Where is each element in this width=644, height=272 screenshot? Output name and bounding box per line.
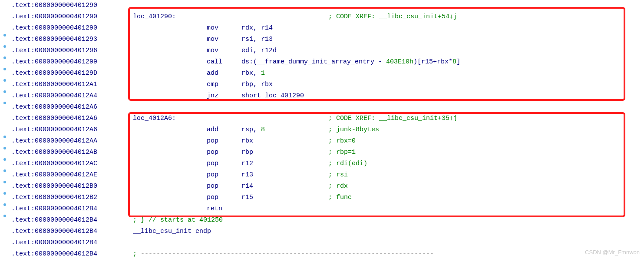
label: loc_401290: [133,11,207,23]
disasm-line[interactable]: .text:00000000004012B0popr14; rdx [11,181,644,192]
breakpoint-dot-icon[interactable] [3,147,6,149]
operands: rbp, rbx [241,79,328,90]
disassembly-listing: .text:0000000000401290.text:000000000040… [11,0,644,260]
mnemonic: pop [207,147,241,158]
comment: ; rdi(edi) [328,158,367,169]
disasm-line[interactable]: .text:0000000000401290 [11,0,644,11]
disasm-line[interactable]: .text:00000000004012ABpoprbp; rbp=1 [11,147,644,158]
disasm-line[interactable]: .text:00000000004012AEpopr13; rsi [11,169,644,181]
mnemonic: pop [207,181,241,192]
disasm-line[interactable]: .text:00000000004012A6loc_4012A6:; CODE … [11,113,644,124]
breakpoint-dot-icon[interactable] [3,68,6,70]
address: .text:00000000004012B4 [11,215,133,226]
comment: ; rbp=1 [328,147,356,158]
label: loc_4012A6: [133,113,207,124]
address: .text:00000000004012A6 [11,102,133,113]
disasm-line[interactable]: .text:00000000004012B4 [11,237,644,249]
address: .text:00000000004012A6 [11,113,133,124]
mnemonic: mov [207,34,241,45]
disasm-line[interactable]: .text:00000000004012AApoprbx; rbx=0 [11,136,644,147]
address: .text:00000000004012B4 [11,203,133,215]
address: .text:00000000004012B2 [11,192,133,203]
comment: ; rbx=0 [328,136,356,147]
breakpoint-dot-icon[interactable] [3,45,6,48]
raw-text: ; } // starts at 401250 [133,215,223,226]
breakpoint-dot-icon[interactable] [3,181,6,183]
address: .text:000000000040129D [11,68,133,79]
address: .text:00000000004012A6 [11,124,133,136]
operands: ds:(__frame_dummy_init_array_entry - 403… [241,56,328,68]
disasm-line[interactable]: .text:0000000000401293movrsi, r13 [11,34,644,45]
address: .text:00000000004012B4 [11,249,133,260]
breakpoint-dot-icon[interactable] [3,203,6,206]
comment: ; rdx [328,181,348,192]
operands: rbx, 1 [241,68,328,79]
disasm-line[interactable]: .text:00000000004012B4__libc_csu_init en… [11,226,644,237]
mnemonic: pop [207,169,241,181]
address: .text:00000000004012AB [11,147,133,158]
mnemonic: add [207,68,241,79]
operands: r14 [241,181,328,192]
disasm-line[interactable]: .text:00000000004012A1cmprbp, rbx [11,79,644,90]
watermark-text: CSDN @Mr_Fmnwon [585,247,640,258]
disasm-line[interactable]: .text:00000000004012B4; ----------------… [11,249,644,260]
disasm-line[interactable]: .text:00000000004012A6addrsp, 8; junk-8b… [11,124,644,136]
raw-text: ; --------------------------------------… [133,249,434,260]
disasm-line[interactable]: .text:00000000004012ACpopr12; rdi(edi) [11,158,644,169]
breakpoint-dot-icon[interactable] [3,102,6,104]
mnemonic: pop [207,136,241,147]
comment: ; func [328,192,352,203]
disasm-line[interactable]: .text:0000000000401299callds:(__frame_du… [11,56,644,68]
comment: ; CODE XREF: __libc_csu_init+54↓j [328,11,457,23]
disasm-line[interactable]: .text:00000000004012A4jnzshort loc_40129… [11,90,644,102]
address: .text:0000000000401290 [11,11,133,23]
disasm-line[interactable]: .text:00000000004012B4retn [11,203,644,215]
comment: ; CODE XREF: __libc_csu_init+35↑j [328,113,457,124]
address: .text:00000000004012B4 [11,226,133,237]
address: .text:0000000000401293 [11,34,133,45]
mnemonic: add [207,124,241,136]
mnemonic: call [207,56,241,68]
disasm-line[interactable]: .text:0000000000401290loc_401290:; CODE … [11,11,644,23]
breakpoint-dot-icon[interactable] [3,136,6,138]
operands: r12 [241,158,328,169]
operands: rbx [241,136,328,147]
operands: rdx, r14 [241,23,328,34]
disasm-line[interactable]: .text:00000000004012B2popr15; func [11,192,644,203]
mnemonic: pop [207,192,241,203]
address: .text:0000000000401290 [11,0,133,11]
address: .text:00000000004012B0 [11,181,133,192]
address: .text:0000000000401290 [11,23,133,34]
operands: short loc_401290 [241,90,328,102]
disasm-line[interactable]: .text:00000000004012A6 [11,102,644,113]
breakpoint-dot-icon[interactable] [3,34,6,36]
breakpoint-dot-icon[interactable] [3,90,6,93]
address: .text:00000000004012AE [11,169,133,181]
address: .text:00000000004012A4 [11,90,133,102]
disasm-line[interactable]: .text:0000000000401296movedi, r12d [11,45,644,56]
address: .text:00000000004012AA [11,136,133,147]
breakpoint-dot-icon[interactable] [3,192,6,195]
operands: edi, r12d [241,45,328,56]
address: .text:00000000004012AC [11,158,133,169]
comment: ; junk-8bytes [328,124,379,136]
breakpoint-dot-icon[interactable] [3,79,6,82]
operands: rsi, r13 [241,34,328,45]
breakpoint-dot-icon[interactable] [3,215,6,217]
disasm-line[interactable]: .text:000000000040129Daddrbx, 1 [11,68,644,79]
address: .text:00000000004012A1 [11,79,133,90]
operands: rsp, 8 [241,124,328,136]
breakpoint-dot-icon[interactable] [3,169,6,172]
address: .text:0000000000401296 [11,45,133,56]
disasm-line[interactable]: .text:0000000000401290movrdx, r14 [11,23,644,34]
address: .text:00000000004012B4 [11,237,133,249]
breakpoint-dot-icon[interactable] [3,56,6,59]
operands: r13 [241,169,328,181]
mnemonic: mov [207,23,241,34]
disasm-line[interactable]: .text:00000000004012B4; } // starts at 4… [11,215,644,226]
breakpoint-dot-icon[interactable] [3,158,6,161]
mnemonic: retn [207,203,241,215]
raw-text: __libc_csu_init endp [133,226,211,237]
operands: r15 [241,192,328,203]
operands: rbp [241,147,328,158]
